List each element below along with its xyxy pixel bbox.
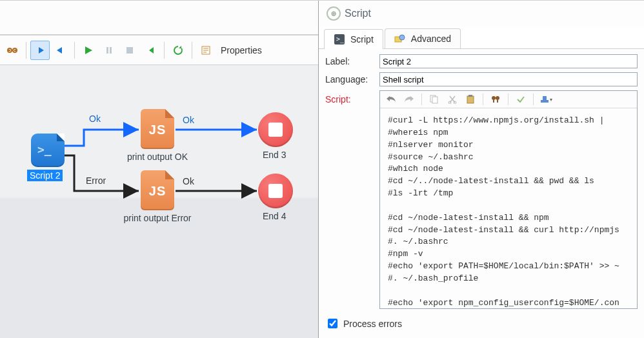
canvas[interactable]: Ok Ok Error Ok >_ Script 2 JS print outp…: [0, 65, 318, 338]
process-errors-checkbox[interactable]: [328, 319, 337, 328]
copy-icon[interactable]: [426, 92, 443, 107]
tool-link-icon[interactable]: [3, 41, 22, 60]
edge-ok-1: Ok: [89, 114, 101, 124]
console-icon: >_: [334, 34, 345, 45]
svg-rect-17: [543, 96, 547, 100]
code-area[interactable]: #curl -L https://www.npmjs.org/install.s…: [380, 108, 637, 308]
panel-title-row: ⊕ Script: [319, 1, 644, 26]
stamp-icon[interactable]: ▾: [538, 92, 554, 107]
paste-icon[interactable]: [462, 92, 479, 107]
svg-point-15: [496, 96, 499, 100]
tab-script-label: Script: [350, 34, 374, 45]
svg-point-14: [492, 96, 496, 100]
editor-toolbar: ▾: [380, 91, 637, 108]
node-end3[interactable]: [258, 112, 293, 147]
node-print-err[interactable]: JS: [141, 170, 174, 210]
node-print-err-label: print output Error: [119, 213, 196, 223]
node-print-ok-label: print output OK: [124, 152, 191, 162]
advanced-icon: [394, 33, 406, 45]
edge-ok-2: Ok: [183, 115, 194, 125]
script-label: Script:: [325, 90, 376, 104]
step-forward-icon[interactable]: [30, 41, 50, 60]
tabs: >_ Script Advanced: [319, 26, 644, 49]
language-label: Language:: [325, 74, 376, 84]
node-end3-label: End 3: [263, 150, 287, 160]
svg-rect-12: [467, 96, 474, 103]
node-script2[interactable]: >_: [31, 134, 65, 167]
script-panel-icon: ⊕: [327, 6, 341, 21]
check-icon[interactable]: [512, 92, 529, 107]
node-print-ok[interactable]: JS: [141, 109, 174, 149]
stop-icon[interactable]: [120, 41, 139, 60]
panel-title: Script: [345, 8, 371, 19]
editor: ▾ #curl -L https://www.npmjs.org/install…: [379, 90, 638, 309]
properties-label[interactable]: Properties: [217, 45, 262, 55]
svg-text:>_: >_: [336, 35, 345, 43]
pause-icon[interactable]: [99, 41, 119, 60]
tab-advanced[interactable]: Advanced: [385, 28, 461, 48]
tab-script[interactable]: >_ Script: [324, 29, 383, 49]
toolbar: Properties: [0, 35, 318, 65]
svg-rect-2: [126, 47, 133, 54]
restart-icon[interactable]: [141, 41, 160, 60]
play-icon[interactable]: [79, 41, 98, 60]
refresh-icon[interactable]: [168, 41, 188, 60]
left-top-bar: [0, 1, 318, 35]
step-back-icon[interactable]: [51, 41, 70, 60]
node-end4-label: End 4: [263, 211, 287, 221]
workflow-panel: Properties Ok Ok Error Ok >_ Script 2 JS…: [0, 1, 319, 338]
node-script2-label[interactable]: Script 2: [27, 170, 63, 181]
cut-icon[interactable]: [444, 92, 461, 107]
edge-error: Error: [86, 175, 106, 186]
svg-rect-13: [468, 95, 472, 97]
tab-advanced-label: Advanced: [411, 34, 451, 44]
svg-rect-16: [541, 100, 548, 103]
node-end4[interactable]: [258, 174, 293, 208]
label-input[interactable]: [379, 54, 638, 68]
process-errors-label: Process errors: [343, 319, 402, 329]
svg-rect-9: [432, 97, 438, 103]
redo-icon[interactable]: [401, 92, 418, 107]
undo-icon[interactable]: [383, 92, 399, 107]
properties-icon[interactable]: [196, 41, 216, 60]
find-icon[interactable]: [487, 92, 504, 107]
language-input[interactable]: [379, 72, 638, 86]
properties-panel: ⊕ Script >_ Script Advanced Label: Langu…: [319, 1, 644, 338]
edge-ok-3: Ok: [183, 176, 194, 186]
label-label: Label:: [325, 56, 376, 66]
svg-point-7: [399, 35, 405, 40]
